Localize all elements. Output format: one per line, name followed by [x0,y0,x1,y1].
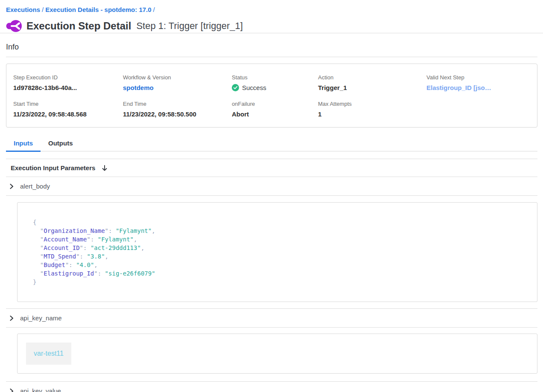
section-row-api-key-name[interactable]: api_key_name [0,309,543,327]
field-value: Abort [232,110,318,118]
section-row-alert-body[interactable]: alert_body [0,177,543,195]
execution-input-parameters-header: Execution Input Parameters [0,159,543,177]
tab-inputs[interactable]: Inputs [6,137,41,151]
chevron-right-icon [9,183,15,189]
breadcrumb-link-executions[interactable]: Executions [6,6,40,13]
next-step-link[interactable]: Elastigroup_ID [jso… [426,84,530,91]
chevron-right-icon [9,315,15,321]
page-title: Execution Step Detail [26,20,131,32]
field-value: 11/23/2022, 09:58:50.500 [123,110,232,118]
api-key-name-card: var-test11 [17,334,537,374]
field-label: Start Time [13,101,123,107]
field-end-time: End Time 11/23/2022, 09:58:50.500 [123,101,232,118]
section-divider [6,195,537,196]
field-start-time: Start Time 11/23/2022, 09:58:48.568 [13,101,123,118]
field-value: 11/23/2022, 09:58:48.568 [13,110,123,118]
field-action: Action Trigger_1 [318,74,426,91]
alert-body-json-card: { "Organization_Name": "Fylamynt", "Acco… [17,202,537,302]
section-label: api_key_name [20,314,62,322]
field-label: Valid Next Step [426,74,530,81]
section-label: alert_body [20,183,50,190]
workflow-link[interactable]: spotdemo [123,84,232,91]
field-label: Action [318,74,426,81]
field-status: Status Success [232,74,318,91]
execution-step-detail-page: Executions/Execution Details - spotdemo:… [0,0,543,392]
fylamynt-logo-icon [6,19,22,33]
field-value: Trigger_1 [318,84,426,91]
field-label: Step Execution ID [13,74,123,81]
field-label: Max Attempts [318,101,426,107]
execution-input-parameters-label: Execution Input Parameters [11,164,95,171]
info-section-heading: Info [0,33,543,57]
tab-outputs[interactable]: Outputs [41,137,81,151]
field-label: Workflow & Version [123,74,232,81]
section-divider [6,327,537,328]
success-check-icon [232,84,239,91]
status-badge: Success [242,84,266,91]
field-value: 1d97828c-13b6-40a... [13,84,123,91]
field-workflow-version: Workflow & Version spotdemo [123,74,232,91]
breadcrumb-separator: / [40,6,45,13]
api-key-name-value: var-test11 [26,343,71,365]
arrow-down-icon[interactable] [101,165,108,171]
page-subtitle: Step 1: Trigger [trigger_1] [136,20,242,32]
json-code: { "Organization_Name": "Fylamynt", "Acco… [33,218,522,286]
field-label: Status [232,74,318,81]
field-on-failure: onFailure Abort [232,101,318,118]
section-label: api_key_value [20,387,61,392]
section-row-api-key-value[interactable]: api_key_value [0,382,543,392]
chevron-right-icon [9,388,15,392]
info-card: Step Execution ID 1d97828c-13b6-40a... W… [6,64,537,128]
page-title-row: Execution Step Detail Step 1: Trigger [t… [0,13,543,33]
field-valid-next-step: Valid Next Step Elastigroup_ID [jso… [426,74,530,91]
breadcrumb-link-execution-details[interactable]: Execution Details - spotdemo: 17.0 [45,6,151,13]
field-step-execution-id: Step Execution ID 1d97828c-13b6-40a... [13,74,123,91]
info-divider [6,57,537,57]
field-label: onFailure [232,101,318,107]
inputs-outputs-tabs: Inputs Outputs [6,137,537,151]
field-value: 1 [318,110,426,118]
breadcrumb: Executions/Execution Details - spotdemo:… [0,0,543,13]
breadcrumb-separator: / [152,6,157,13]
field-max-attempts: Max Attempts 1 [318,101,426,118]
field-label: End Time [123,101,232,107]
